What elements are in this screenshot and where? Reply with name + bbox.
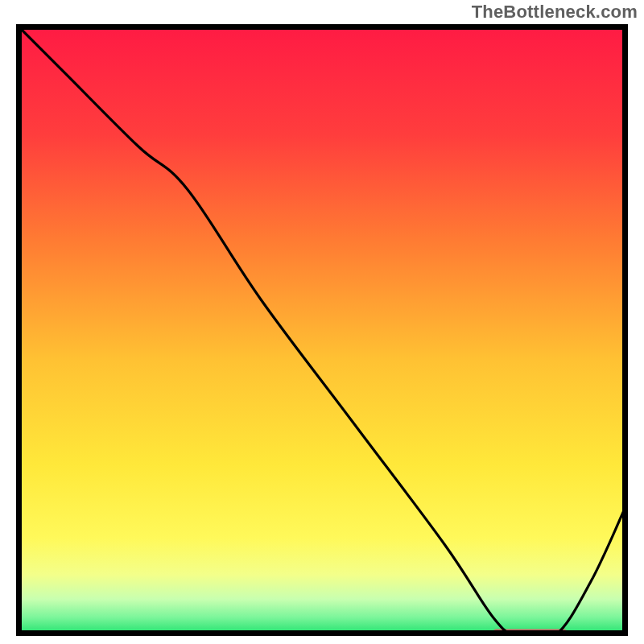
plot-area bbox=[16, 24, 628, 636]
plot-svg bbox=[16, 24, 628, 636]
chart-frame: TheBottleneck.com bbox=[0, 0, 644, 644]
watermark-label: TheBottleneck.com bbox=[472, 2, 638, 23]
